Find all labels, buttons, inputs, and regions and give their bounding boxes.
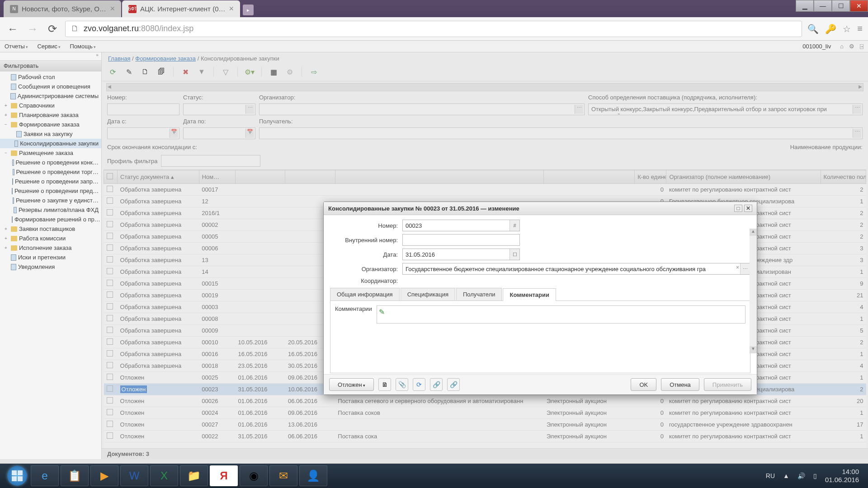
tree-item[interactable]: Резервы лимитов/плана ФХД (0, 205, 101, 215)
star-icon[interactable]: ☆ (843, 23, 851, 34)
key-icon[interactable]: 🔑 (825, 23, 836, 34)
window-controls: ▁ — ☐ ✕ (796, 0, 868, 12)
modal-title-bar[interactable]: Консолидированные закупки № 00023 от 31.… (324, 202, 757, 215)
taskbar-yandex-icon[interactable]: Я (210, 465, 238, 486)
taskbar-explorer-icon[interactable]: 📁 (180, 465, 208, 486)
tabs-bar: N Новости, фото, Skype, O… × БФТ АЦК. Ин… (0, 0, 868, 17)
tree-item[interactable]: −Размещение заказа (0, 148, 101, 158)
back-button[interactable]: ← (5, 22, 20, 36)
taskbar-app-icon[interactable]: 📋 (61, 465, 89, 486)
taskbar-media-icon[interactable]: ▶ (90, 465, 118, 486)
modal-footer: Отложен 🗎 📎 ⟳ 🔗 🔗 OK Отмена Применить (324, 374, 757, 394)
start-button[interactable] (4, 465, 31, 487)
attach-icon[interactable]: 📎 (396, 378, 408, 391)
modal-number-input[interactable]: 00023# (402, 220, 520, 231)
min-button[interactable]: — (814, 0, 832, 12)
clock[interactable]: 14:00 01.06.2016 (825, 468, 859, 484)
edit-comment-icon[interactable]: ✎ (379, 308, 385, 316)
tree-item[interactable]: Консолидированные закупки (0, 139, 101, 148)
tree-item[interactable]: Сообщения и оповещения (0, 82, 101, 91)
browser-tab-1[interactable]: N Новости, фото, Skype, O… × (4, 0, 121, 17)
apply-button[interactable]: Применить (704, 378, 751, 391)
modal-close-icon[interactable]: ✕ (744, 205, 752, 212)
tree-item[interactable]: +Исполнение заказа (0, 243, 101, 253)
modal-organizer-input[interactable]: Государственное бюджетное специализирова… (402, 263, 750, 275)
tree-item[interactable]: +Планирование заказа (0, 110, 101, 120)
label-intnum: Внутренний номер: (330, 237, 402, 244)
minimize-app-icon[interactable]: ▁ (796, 0, 814, 12)
tree-item[interactable]: Иски и претензии (0, 253, 101, 262)
taskbar-ie-icon[interactable]: e (31, 465, 59, 486)
browser-chrome: ▁ — ☐ ✕ N Новости, фото, Skype, O… × БФТ… (0, 0, 868, 41)
volume-icon[interactable]: 🔊 (797, 472, 805, 479)
tab-spec[interactable]: Спецификация (401, 288, 455, 300)
menu-service[interactable]: Сервис (37, 43, 61, 50)
menu-help[interactable]: Помощь (70, 43, 96, 50)
menu-reports[interactable]: Отчеты (5, 43, 28, 50)
search-icon[interactable]: 🔍 (807, 23, 819, 34)
page-icon: 🗋 (71, 24, 79, 33)
tree-item[interactable]: Решение о проведении запр… (0, 177, 101, 186)
close-tab-icon[interactable]: × (229, 4, 234, 14)
tree-item[interactable]: Решение о проведении торг… (0, 167, 101, 177)
lookup-icon[interactable]: ⋯ (740, 263, 750, 274)
tray-up-icon[interactable]: ▲ (783, 472, 789, 479)
gen-number-icon[interactable]: # (509, 220, 519, 231)
lang-indicator[interactable]: RU (766, 472, 775, 479)
menu-icon[interactable]: ≡ (857, 23, 863, 34)
modal-date-input[interactable]: 31.05.2016☐ (402, 249, 520, 260)
logout-icon[interactable]: ⍈ (860, 43, 863, 50)
link-icon[interactable]: 🔗 (430, 378, 443, 391)
sidebar-filter-header[interactable]: Фильтровать (0, 61, 101, 71)
tree-item[interactable]: +Заявки поставщиков (0, 224, 101, 234)
tree-item[interactable]: Заявки на закупку (0, 129, 101, 139)
clear-icon[interactable]: × (736, 264, 739, 271)
tree-item[interactable]: Решение о проведении пред… (0, 186, 101, 196)
reload-button[interactable]: ⟳ (45, 22, 60, 36)
new-tab-button[interactable]: ▸ (243, 5, 254, 15)
cancel-button[interactable]: Отмена (661, 378, 699, 391)
tab-general[interactable]: Общая информация (330, 288, 400, 300)
sidebar: « Фильтровать Рабочий столСообщения и оп… (0, 52, 102, 459)
modal-intnum-input[interactable] (402, 234, 520, 246)
tab-recipients[interactable]: Получатели (456, 288, 502, 300)
url-input[interactable]: 🗋 zvo.volganet.ru:8080/index.jsp (65, 21, 802, 37)
taskbar-outlook-icon[interactable]: ✉ (269, 465, 297, 486)
taskbar-excel-icon[interactable]: X (150, 465, 178, 486)
calendar-icon[interactable]: ☐ (509, 249, 519, 260)
home-icon[interactable]: ⌂ (840, 43, 844, 50)
settings-icon[interactable]: ⚙ (849, 43, 854, 50)
browser-tab-2[interactable]: БФТ АЦК. Интернет-клиент (0… × (122, 0, 240, 17)
tree-item[interactable]: Уведомления (0, 262, 101, 272)
tree-item[interactable]: Рабочий стол (0, 72, 101, 82)
tree-item[interactable]: Решение о проведении конк… (0, 158, 101, 167)
label-organizer: Организатор: (330, 266, 402, 272)
print-icon[interactable]: 🗎 (378, 378, 391, 391)
tree-item[interactable]: +Справочники (0, 101, 101, 110)
close-window-button[interactable]: ✕ (850, 0, 868, 12)
modal-maximize-icon[interactable]: □ (734, 205, 742, 212)
status-dropdown-button[interactable]: Отложен (329, 378, 374, 391)
battery-icon[interactable]: ▯ (813, 472, 817, 479)
tree-item[interactable]: −Формирование заказа (0, 120, 101, 129)
close-tab-icon[interactable]: × (110, 4, 115, 14)
tree-item[interactable]: Решение о закупке у единст… (0, 196, 101, 205)
chain-icon[interactable]: 🔗 (447, 378, 460, 391)
taskbar-word-icon[interactable]: W (120, 465, 148, 486)
refresh-icon[interactable]: ⟳ (413, 378, 425, 391)
taskbar: e 📋 ▶ W X 📁 Я ◉ ✉ 👤 RU ▲ 🔊 ▯ 14:00 01.06… (0, 464, 868, 488)
tab-content-comments: Комментарии ✎ (330, 301, 750, 373)
taskbar-chrome-icon[interactable]: ◉ (240, 465, 268, 486)
tab-comments[interactable]: Комментарии (503, 288, 556, 301)
system-tray: RU ▲ 🔊 ▯ 14:00 01.06.2016 (766, 468, 864, 484)
sidebar-collapse-button[interactable]: « (0, 52, 101, 61)
ok-button[interactable]: OK (631, 378, 656, 391)
tree-item[interactable]: Формирование решений о пр… (0, 215, 101, 224)
favicon-icon: N (10, 5, 18, 13)
forward-button[interactable]: → (25, 22, 40, 36)
max-button[interactable]: ☐ (832, 0, 850, 12)
modal-scrollbar[interactable]: ▲▼ (750, 229, 757, 353)
taskbar-app2-icon[interactable]: 👤 (299, 465, 327, 486)
tree-item[interactable]: +Работа комиссии (0, 234, 101, 243)
tree-item[interactable]: Администрирование системы (0, 91, 101, 101)
